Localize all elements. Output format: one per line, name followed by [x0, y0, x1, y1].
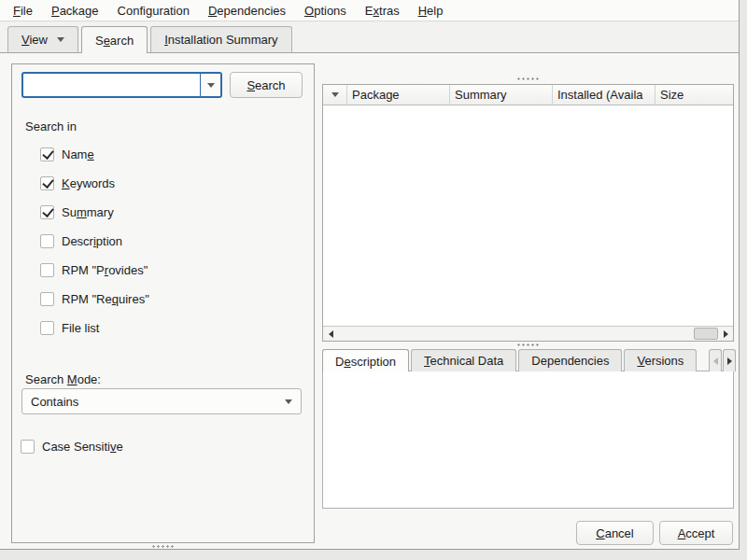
tab-view[interactable]: View — [7, 26, 78, 52]
rpm-provides-checkbox-label[interactable]: RPM "Provides" — [62, 263, 148, 277]
case-sensitive-checkbox-label[interactable]: Case Sensitive — [42, 440, 123, 454]
chevron-down-icon — [207, 83, 215, 88]
main-tab-bar: View Search Installation Summary — [0, 21, 739, 53]
search-mode-value: Contains — [31, 395, 78, 409]
search-input[interactable] — [23, 74, 200, 96]
tab-scroll-right-button[interactable] — [723, 349, 736, 371]
keywords-checkbox-label[interactable]: Keywords — [62, 176, 115, 190]
chevron-down-icon — [285, 399, 292, 404]
file-list-checkbox-label[interactable]: File list — [62, 321, 99, 335]
tab-description-label: Description — [335, 355, 396, 369]
chevron-down-icon — [57, 37, 64, 42]
rpm-requires-checkbox[interactable] — [40, 292, 54, 306]
tab-versions-label: Versions — [637, 354, 684, 368]
menu-configuration[interactable]: Configuration — [108, 2, 199, 20]
search-in-label: Search in — [25, 119, 77, 133]
checkbox-row-name: Name — [40, 147, 94, 161]
tab-scroll-left-button[interactable] — [709, 349, 722, 371]
scrollbar-track[interactable] — [338, 327, 718, 341]
menu-bar: File Package Configuration Dependencies … — [0, 0, 739, 21]
checkbox-row-keywords: Keywords — [40, 175, 115, 190]
search-history-dropdown-button[interactable] — [200, 74, 220, 96]
detail-tabs: Description Technical Data Dependencies … — [322, 349, 708, 371]
package-table-header: Package Summary Installed (Availa Size — [323, 85, 733, 105]
cancel-button[interactable]: Cancel — [576, 521, 654, 545]
splitter-handle-top[interactable] — [516, 77, 541, 80]
description-checkbox-label[interactable]: Description — [62, 234, 122, 248]
checkbox-row-file-list: File list — [40, 320, 99, 335]
description-pane — [322, 371, 734, 509]
menu-extras[interactable]: Extras — [356, 2, 409, 20]
tab-dependencies-label: Dependencies — [531, 354, 609, 368]
checkbox-row-rpm-requires: RPM "Requires" — [40, 291, 149, 306]
name-checkbox[interactable] — [40, 147, 54, 161]
size-column-header[interactable]: Size — [655, 85, 733, 105]
summary-column-header[interactable]: Summary — [450, 85, 553, 105]
splitter-handle-middle[interactable] — [516, 343, 541, 346]
keywords-checkbox[interactable] — [40, 176, 54, 190]
scroll-right-icon — [724, 330, 728, 338]
menu-dependencies[interactable]: Dependencies — [199, 2, 295, 20]
tab-search-label: Search — [95, 34, 134, 48]
checkbox-row-rpm-provides: RPM "Provides" — [40, 262, 148, 277]
search-button[interactable]: Search — [230, 72, 303, 98]
package-column-header[interactable]: Package — [347, 85, 450, 105]
scroll-left-icon — [329, 330, 333, 338]
package-table: Package Summary Installed (Availa Size — [322, 84, 734, 342]
search-mode-label: Search Mode: — [25, 372, 101, 386]
scrollbar-thumb[interactable] — [694, 328, 718, 340]
status-column-header[interactable] — [323, 85, 347, 105]
checkbox-row-description: Description — [40, 233, 122, 248]
tab-technical-data[interactable]: Technical Data — [411, 349, 516, 371]
splitter-handle-bottom[interactable] — [151, 545, 176, 548]
detail-tab-bar: Description Technical Data Dependencies … — [322, 348, 736, 371]
rpm-requires-checkbox-label[interactable]: RPM "Requires" — [62, 292, 149, 306]
tab-installation-summary[interactable]: Installation Summary — [150, 26, 291, 52]
checkbox-row-case-sensitive: Case Sensitive — [21, 439, 123, 454]
search-mode-select[interactable]: Contains — [21, 388, 302, 414]
menu-file[interactable]: File — [4, 2, 42, 20]
tab-versions[interactable]: Versions — [624, 349, 697, 371]
menu-options[interactable]: Options — [295, 2, 356, 20]
description-checkbox[interactable] — [40, 234, 54, 248]
tab-scroll-right-icon — [727, 357, 732, 365]
case-sensitive-checkbox[interactable] — [21, 440, 35, 454]
tab-technical-data-label: Technical Data — [424, 354, 503, 368]
menu-package[interactable]: Package — [42, 2, 108, 20]
search-combobox — [21, 72, 222, 98]
tab-dependencies[interactable]: Dependencies — [518, 349, 622, 371]
summary-checkbox[interactable] — [40, 205, 54, 219]
file-list-checkbox[interactable] — [40, 321, 54, 335]
tab-scroll-left-icon — [713, 357, 718, 365]
name-checkbox-label[interactable]: Name — [62, 147, 94, 161]
app-window: File Package Configuration Dependencies … — [0, 0, 740, 550]
tab-search[interactable]: Search — [81, 26, 148, 53]
dropdown-arrow-icon — [331, 92, 339, 97]
installed-available-column-header[interactable]: Installed (Availa — [553, 85, 655, 105]
search-filter-panel: Search Search in Name Keywords Summary D… — [11, 63, 315, 543]
checkbox-row-summary: Summary — [40, 204, 114, 219]
summary-checkbox-label[interactable]: Summary — [62, 205, 114, 219]
scroll-right-button[interactable] — [718, 327, 733, 341]
horizontal-scrollbar — [323, 326, 733, 341]
accept-button[interactable]: Accept — [659, 521, 733, 545]
content-area: Search Search in Name Keywords Summary D… — [0, 53, 739, 550]
rpm-provides-checkbox[interactable] — [40, 263, 54, 277]
tab-installation-summary-label: Installation Summary — [164, 33, 277, 47]
package-list-viewport[interactable] — [323, 105, 733, 326]
menu-help[interactable]: Help — [409, 2, 453, 20]
tab-view-label: View — [21, 33, 48, 47]
scroll-left-button[interactable] — [323, 327, 338, 341]
tab-description[interactable]: Description — [322, 349, 409, 371]
